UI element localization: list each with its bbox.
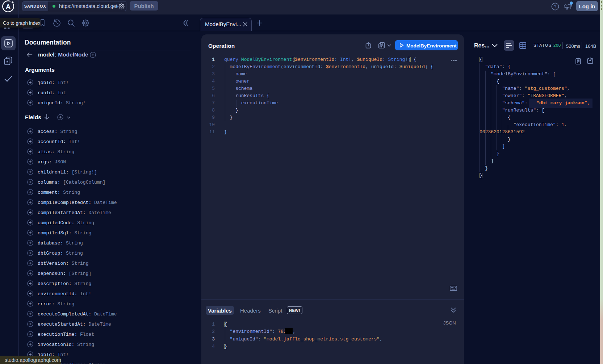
svg-text:A: A — [6, 3, 11, 11]
svg-text:?: ? — [554, 4, 557, 9]
